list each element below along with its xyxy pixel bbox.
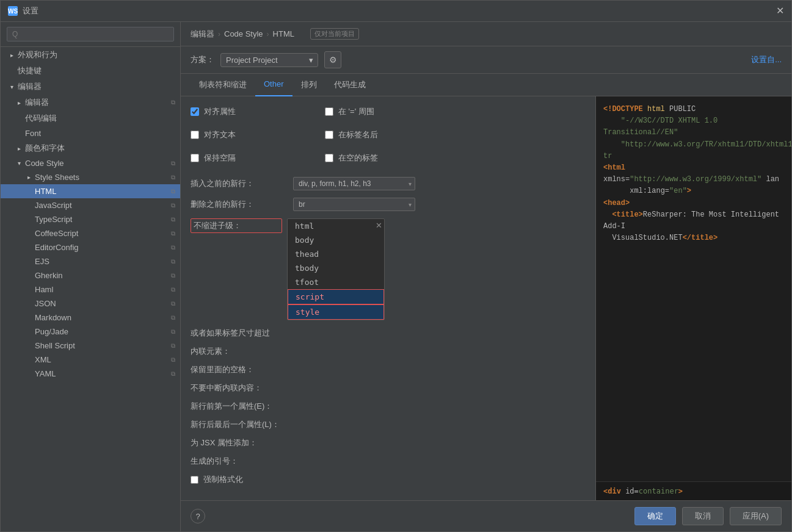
copy-icon: ⧉ — [171, 328, 175, 336]
sidebar-item-label: 代码编辑 — [25, 113, 57, 124]
field-jsx-attr-label: 为 JSX 属性添加： — [191, 437, 288, 448]
field-no-indent: 不缩进子级： html body thead tbody tfoot scrip… — [191, 218, 586, 320]
dropdown-item-body[interactable]: body — [288, 233, 384, 247]
tab-arrange[interactable]: 排列 — [292, 74, 325, 96]
scheme-select[interactable]: Project Project — [220, 53, 318, 67]
field-remove-line-before: 删除之前的新行： ▾ — [191, 198, 586, 211]
force-format-checkbox[interactable] — [191, 476, 198, 484]
search-input[interactable] — [7, 27, 174, 41]
field-inline-elem: 内联元素： — [191, 346, 586, 357]
search-box — [1, 22, 180, 47]
field-new-attr-first: 新行前第一个属性(E)： — [191, 401, 586, 412]
tab-codegen[interactable]: 代码生成 — [325, 74, 374, 96]
sidebar-item-haml[interactable]: Haml ⧉ — [1, 282, 180, 297]
close-button[interactable]: ✕ — [776, 6, 784, 16]
checkbox-around-eq: 在 '=' 周围 — [325, 106, 586, 117]
sidebar-item-yaml[interactable]: YAML ⧉ — [1, 367, 180, 381]
tab-other[interactable]: Other — [255, 74, 292, 96]
code-line: VisualStudio.NET</title> — [603, 232, 784, 244]
sidebar-item-label: Shell Script — [35, 341, 75, 350]
sidebar-item-appearance[interactable]: 外观和行为 — [1, 47, 180, 63]
sidebar-item-gherkin[interactable]: Gherkin ⧉ — [1, 268, 180, 282]
dropdown-close-icon[interactable]: ✕ — [376, 221, 382, 230]
copy-icon: ⧉ — [171, 286, 175, 293]
title-bar: WS 设置 ✕ — [1, 1, 791, 22]
arrow-icon — [8, 83, 15, 90]
cancel-button[interactable]: 取消 — [682, 507, 724, 525]
copy-icon: ⧉ — [171, 188, 175, 195]
sidebar-item-editorconfig[interactable]: EditorConfig ⧉ — [1, 240, 180, 254]
code-line: "http://www.w3.org/TR/xhtml1/DTD/xhtml1-… — [603, 139, 784, 162]
sidebar-item-html[interactable]: HTML ⧉ — [1, 184, 180, 198]
tab-indent[interactable]: 制表符和缩进 — [191, 74, 255, 96]
sidebar-item-label: JSON — [35, 299, 56, 308]
right-panel: 编辑器 › Code Style › HTML 仅对当前项目 方案： Proje… — [181, 22, 791, 531]
gear-button[interactable]: ⚙ — [324, 51, 341, 68]
apply-button[interactable]: 应用(A) — [730, 507, 782, 525]
copy-icon: ⧉ — [171, 244, 175, 251]
sidebar-item-editor-root[interactable]: 编辑器 — [1, 79, 180, 95]
dropdown-item-tbody[interactable]: tbody — [288, 261, 384, 275]
checkbox-align-text-input[interactable] — [191, 131, 199, 139]
checkbox-align-attr-input[interactable] — [191, 107, 199, 116]
sidebar-item-label: HTML — [35, 187, 56, 196]
sidebar-item-style-sheets[interactable]: Style Sheets ⧉ — [1, 170, 180, 184]
breadcrumb-sep-1: › — [218, 30, 220, 38]
sidebar-item-typescript[interactable]: TypeScript ⧉ — [1, 212, 180, 226]
field-new-line-before-wrapper: ▾ — [293, 177, 415, 190]
sidebar-item-label: YAML — [35, 369, 56, 378]
field-remove-line-before-input[interactable] — [293, 198, 415, 211]
sidebar-item-font[interactable]: Font — [1, 126, 180, 140]
field-keep-space-inside: 保留里面的空格： — [191, 364, 586, 375]
sidebar-item-label: TypeScript — [35, 215, 72, 224]
checkbox-after-tag-input[interactable] — [325, 131, 333, 139]
sidebar-item-markdown[interactable]: Markdown ⧉ — [1, 311, 180, 325]
field-new-line-before-label: 插入之前的新行： — [191, 178, 288, 189]
sidebar-item-code-style[interactable]: Code Style ⧉ — [1, 156, 180, 170]
copy-icon: ⧉ — [171, 300, 175, 307]
code-line: "-//W3C//DTD XHTML 1.0 Transitional//EN" — [603, 115, 784, 138]
copy-icon: ⧉ — [171, 258, 175, 265]
sidebar-item-coffeescript[interactable]: CoffeeScript ⧉ — [1, 226, 180, 240]
copy-icon: ⧉ — [171, 99, 175, 106]
sidebar-item-ejs[interactable]: EJS ⧉ — [1, 254, 180, 268]
dropdown-item-script[interactable]: script — [288, 289, 384, 304]
field-no-break: 不要中断内联内容： — [191, 383, 586, 394]
sidebar-item-json[interactable]: JSON ⧉ — [1, 297, 180, 311]
main-content: 外观和行为 快捷键 编辑器 编辑器 ⧉ 代码编辑 Font — [1, 22, 791, 531]
sidebar-item-javascript[interactable]: JavaScript ⧉ — [1, 198, 180, 212]
sidebar-item-xml[interactable]: XML ⧉ — [1, 353, 180, 367]
bottom-bar: ? 确定 取消 应用(A) — [181, 500, 791, 531]
help-button[interactable]: ? — [191, 509, 205, 523]
checkbox-align-text-label: 对齐文本 — [204, 129, 236, 140]
sidebar-item-editor-sub[interactable]: 编辑器 ⧉ — [1, 95, 180, 110]
field-new-line-before-input[interactable] — [293, 177, 415, 190]
sidebar-item-keymap[interactable]: 快捷键 — [1, 63, 180, 79]
checkbox-keep-space-input[interactable] — [191, 154, 199, 162]
breadcrumb-html: HTML — [273, 29, 294, 38]
no-indent-label: 不缩进子级： — [191, 218, 282, 233]
dropdown-item-tfoot[interactable]: tfoot — [288, 275, 384, 289]
field-cond-wrap-label: 或者如果标签尺寸超过 — [191, 328, 288, 339]
scheme-bar: 方案： Project Project ⚙ 设置自... — [181, 46, 791, 74]
sidebar: 外观和行为 快捷键 编辑器 编辑器 ⧉ 代码编辑 Font — [1, 22, 181, 531]
sidebar-item-label: CoffeeScript — [35, 229, 78, 238]
sidebar-item-pugjade[interactable]: Pug/Jade ⧉ — [1, 325, 180, 339]
dropdown-item-html[interactable]: html — [288, 219, 384, 233]
sidebar-item-code-edit[interactable]: 代码编辑 — [1, 110, 180, 126]
dropdown-item-style[interactable]: style — [288, 304, 384, 320]
project-badge[interactable]: 仅对当前项目 — [310, 28, 359, 40]
copy-icon: ⧉ — [171, 272, 175, 279]
sidebar-item-color-font[interactable]: 颜色和字体 — [1, 140, 180, 156]
checkbox-align-attr-label: 对齐属性 — [204, 106, 236, 117]
arrow-icon — [15, 145, 23, 152]
sidebar-item-shellscript[interactable]: Shell Script ⧉ — [1, 339, 180, 353]
setup-link[interactable]: 设置自... — [751, 54, 782, 65]
sidebar-item-label: Code Style — [25, 159, 64, 168]
checkbox-empty-tag-input[interactable] — [325, 154, 333, 162]
ok-button[interactable]: 确定 — [634, 507, 676, 525]
checkbox-around-eq-input[interactable] — [325, 107, 333, 116]
field-cond-wrap: 或者如果标签尺寸超过 — [191, 328, 586, 339]
arrow-icon — [15, 99, 23, 106]
dropdown-item-thead[interactable]: thead — [288, 247, 384, 261]
